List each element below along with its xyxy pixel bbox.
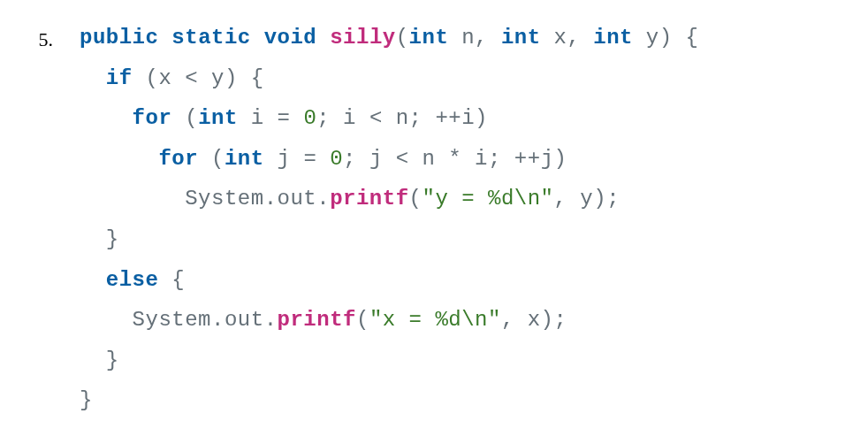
string-literal: "x = %d\n" — [369, 308, 501, 332]
code-block: public static void silly(int n, int x, i… — [80, 18, 698, 421]
keyword-int: int — [593, 26, 633, 50]
closing-brace: } — [80, 348, 119, 372]
keyword-static: static — [171, 26, 250, 50]
method-name: silly — [330, 26, 396, 50]
keyword-for: for — [133, 106, 172, 130]
keyword-int: int — [198, 106, 238, 130]
method-printf: printf — [278, 308, 356, 332]
system-out: System.out. — [133, 308, 278, 332]
keyword-public: public — [80, 26, 158, 50]
closing-brace: } — [80, 227, 119, 251]
method-printf: printf — [330, 187, 408, 211]
system-out: System.out. — [185, 187, 330, 211]
keyword-int: int — [409, 26, 449, 50]
question-number: 5. — [27, 21, 53, 58]
keyword-int: int — [501, 26, 541, 50]
string-literal: "y = %d\n" — [422, 187, 553, 211]
keyword-if: if — [106, 66, 133, 90]
number-literal: 0 — [330, 147, 343, 171]
keyword-else: else — [106, 268, 159, 292]
closing-brace: } — [80, 388, 93, 412]
code-question: 5. public static void silly(int n, int x… — [27, 18, 841, 421]
keyword-void: void — [264, 26, 317, 50]
keyword-int: int — [225, 147, 264, 171]
keyword-for: for — [158, 147, 198, 171]
number-literal: 0 — [303, 106, 316, 130]
